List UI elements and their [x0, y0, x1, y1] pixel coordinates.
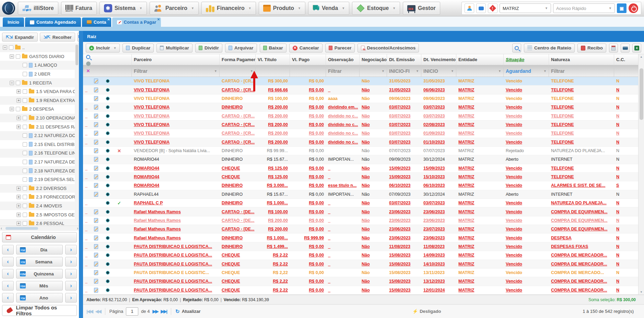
cell-vl-titulo[interactable]: R$ 125,00	[256, 164, 290, 172]
row-edit-cell[interactable]	[92, 181, 104, 190]
cell-situacao[interactable]: Vencido	[504, 234, 549, 242]
table-row[interactable]: _ ✕✓ PAUTA DISTRIBUICAO E LOGISTICA... D…	[83, 242, 644, 251]
cell-vl-titulo[interactable]: R$ 15.67...	[256, 190, 290, 198]
eye-icon[interactable]	[106, 279, 110, 283]
cell-observacao[interactable]: _	[326, 164, 360, 172]
col-header-negociacao[interactable]: Negociação	[360, 54, 387, 65]
eye-icon[interactable]	[106, 262, 110, 266]
cell-parceiro[interactable]: VIVO TELEFONIA	[132, 121, 220, 129]
cell-natureza[interactable]: TELEFONE	[549, 77, 614, 85]
cell-entidade[interactable]: MATRIZ	[456, 199, 504, 207]
tree-checkbox[interactable]	[23, 195, 27, 199]
edit-icon[interactable]	[94, 227, 98, 231]
row-view-cell[interactable]	[104, 121, 115, 129]
cell-observacao[interactable]: _	[326, 251, 360, 259]
menu-gestor[interactable]: Gestor	[403, 2, 440, 15]
row-view-cell[interactable]	[104, 94, 115, 103]
scroll-down-icon[interactable]: ▼	[640, 289, 643, 295]
year-button[interactable]: +1aAno	[16, 293, 63, 303]
tree-item[interactable]: 2.16 TELEFONE LINH	[0, 149, 79, 158]
cell-negociacao[interactable]: Não	[360, 251, 387, 259]
cell-dt-emissao[interactable]: 15/09/2023	[387, 164, 421, 172]
filter-forma-pagamento[interactable]: ▼	[220, 65, 256, 77]
cell-parceiro[interactable]: PAUTA DISTRIBUICAO E LOGISTICA...	[132, 260, 220, 268]
cell-observacao[interactable]: _	[326, 207, 360, 216]
cell-negociacao[interactable]: Não	[360, 86, 387, 94]
table-row[interactable]: _ ✕✓ PAUTA DISTRIBUICAO E LOGISTICA... C…	[83, 277, 644, 286]
cell-situacao[interactable]: Vencido	[504, 269, 549, 277]
cell-forma-pagamento[interactable]: DINHEIRO	[220, 94, 256, 103]
cell-negociacao[interactable]: Não	[360, 216, 387, 225]
cell-parceiro[interactable]: RAPHAEL C P	[132, 199, 220, 207]
table-row[interactable]: _ ✕✓ VIVO TELEFONIA CARTAO - [CR... R$ 6…	[83, 86, 644, 94]
table-row[interactable]: _ ✕✓ RAPHAEL C P DINHEIRO R$ 1.000... R$…	[83, 199, 644, 207]
last-page-button[interactable]: ▶▶|	[161, 309, 167, 314]
cell-parceiro[interactable]: VIVO TELEFONIA	[132, 138, 220, 146]
cell-entidade[interactable]: MATRIZ	[456, 269, 504, 277]
table-row[interactable]: _ ✕✓ ROMARIO44 DINHEIRO R$ 3.000... R$ 0…	[83, 181, 644, 190]
tree-checkbox[interactable]	[23, 169, 27, 173]
tree-checkbox[interactable]	[9, 45, 13, 50]
cell-dt-vencimento[interactable]: 14/10/2023	[421, 260, 456, 268]
cell-dt-emissao[interactable]: 03/07/2023	[387, 129, 421, 137]
table-row[interactable]: _ ✕✓ VIVO TELEFONIA CARTAO - [CR... R$ 3…	[83, 77, 644, 86]
prev-day-button[interactable]: ‹	[2, 245, 14, 254]
filter-entidade[interactable]: ▼	[456, 65, 504, 77]
eye-icon[interactable]	[106, 175, 110, 179]
cell-forma-pagamento[interactable]: DINHEIRO	[220, 199, 256, 207]
collapse-button[interactable]: ⇲⇱Recolher	[40, 33, 75, 42]
cell-forma-pagamento[interactable]: CARTAO - [CR...	[220, 129, 256, 137]
cell-entidade[interactable]: MATRIZ	[456, 103, 504, 111]
cell-natureza[interactable]: COMPRA DE MERCADOR...	[549, 286, 614, 294]
cell-natureza[interactable]: TELEFONE	[549, 173, 614, 181]
row-view-cell[interactable]	[104, 181, 115, 190]
tree-checkbox[interactable]	[23, 63, 27, 67]
month-button[interactable]: +1mMês	[16, 281, 63, 291]
eye-icon[interactable]	[106, 271, 110, 275]
edit-icon[interactable]	[94, 174, 98, 179]
cell-vl-titulo[interactable]: R$ 2,22	[256, 286, 290, 294]
cell-parceiro[interactable]: Rafael Matheus Ramos	[132, 225, 220, 233]
cell-forma-pagamento[interactable]: DINHEIRO	[220, 190, 256, 198]
tree-item[interactable]: 2.12 NATUREZA DO F	[0, 131, 79, 140]
cell-natureza[interactable]: TELEFONE	[549, 138, 614, 146]
eye-icon[interactable]	[106, 105, 110, 109]
cell-vl-titulo[interactable]: R$ 2,22	[256, 260, 290, 268]
edit-icon[interactable]	[94, 157, 98, 162]
cell-entidade[interactable]: MATRIZ	[456, 173, 504, 181]
cell-situacao[interactable]: Vencido	[504, 129, 549, 137]
cell-dt-emissao[interactable]: 03/07/2023	[387, 138, 421, 146]
panel-splitter[interactable]	[79, 31, 83, 318]
edit-icon[interactable]	[94, 192, 98, 197]
day-button[interactable]: +1dDia	[16, 245, 63, 254]
cell-negociacao[interactable]: Não	[360, 129, 387, 137]
cell-dt-emissao[interactable]: 09/06/2023	[387, 94, 421, 103]
tree-checkbox[interactable]	[23, 221, 27, 226]
tree-expander[interactable]: +	[16, 89, 21, 94]
cell-natureza[interactable]: COMPRA DE MERCADO...	[549, 269, 614, 277]
cell-negociacao[interactable]: Não	[360, 260, 387, 268]
table-row[interactable]: _ ✕✓ PAUTA DISTRIBUICAO E LOGISTICA... C…	[83, 251, 644, 260]
row-view-cell[interactable]	[104, 277, 115, 285]
filter-negociacao[interactable]: ▼	[360, 65, 387, 77]
cell-negociacao[interactable]: Não	[360, 77, 387, 85]
cell-vl-titulo[interactable]: R$ 1.499...	[256, 242, 290, 251]
cell-dt-vencimento[interactable]: 30/12/2024	[421, 190, 456, 198]
cell-vl-pago[interactable]: R$ 0,00	[290, 181, 326, 190]
cell-situacao[interactable]: Vencido	[504, 225, 549, 233]
tree-item[interactable]: − 2 DESPESA	[0, 105, 79, 114]
table-row[interactable]: _ ✕✓ ROMARIO44 CHEQUE R$ 125,00 R$ 0,00 …	[83, 173, 644, 181]
cell-dt-vencimento[interactable]: 03/07/2023	[421, 112, 456, 120]
cell-entidade[interactable]: MATRIZ	[456, 277, 504, 285]
cell-observacao[interactable]: IMPORTAN...	[326, 155, 360, 163]
table-row[interactable]: _ ✕✓ Rafael Matheus Ramos CARTAO - [DE..…	[83, 225, 644, 234]
edit-icon[interactable]	[94, 262, 98, 266]
eye-icon[interactable]	[106, 131, 110, 135]
cell-negociacao[interactable]: Não	[360, 138, 387, 146]
tree-item[interactable]: 1 ALMOÇO	[0, 61, 79, 70]
row-view-cell[interactable]	[104, 129, 115, 137]
eye-icon[interactable]	[106, 123, 110, 127]
row-edit-cell[interactable]	[92, 155, 104, 163]
cell-natureza[interactable]: NATUREZA DO PLANEJA...	[549, 199, 614, 207]
cell-dt-vencimento[interactable]: 23/07/2023	[421, 225, 456, 233]
